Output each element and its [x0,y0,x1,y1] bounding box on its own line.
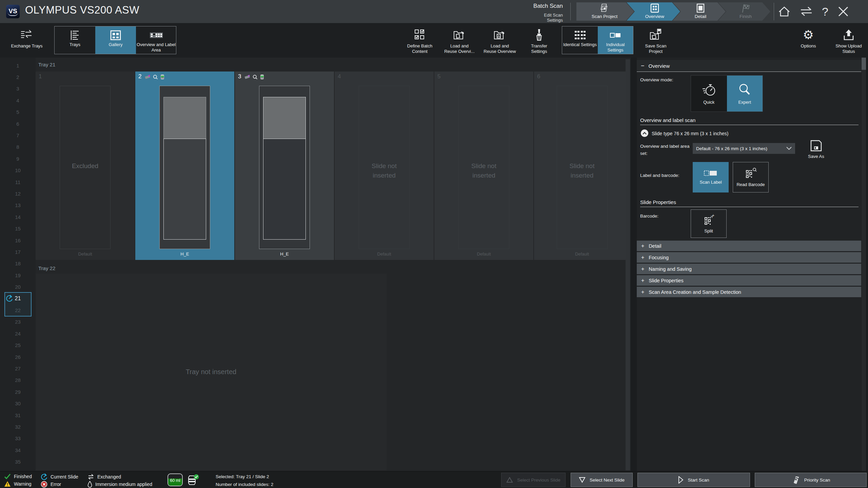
tray-list-item-10[interactable]: 10 [0,165,36,176]
tray-list-item-26[interactable]: 26 [0,352,36,362]
tray-list-item-4[interactable]: 4 [0,95,36,105]
save-as-button[interactable]: Save As [808,140,824,159]
slide-cell-2-selected[interactable]: 2 H_E [135,72,234,260]
slide-label-area[interactable] [263,97,306,139]
trays-view-button[interactable]: Trays [55,26,95,54]
label-indicator-icon [260,74,264,80]
expand-plus-icon: + [641,266,644,272]
overview-label-scan-title: Overview and label scan [640,117,695,123]
tray-list-item-2[interactable]: 2 [0,72,36,82]
split-barcode-button[interactable]: ✂ Split [691,209,727,238]
slide-label-area[interactable] [163,97,206,139]
expert-mode-button[interactable]: Expert [727,76,763,111]
tray-list-item-24[interactable]: 24 [0,328,36,339]
mode-block: Batch Scan Edit Scan Settings [527,3,563,23]
tray-22-area: Tray not inserted [36,274,387,470]
tray-list-item-30[interactable]: 30 [0,399,36,409]
tray-list-item-28[interactable]: 28 [0,375,36,385]
included-count-info: Number of included slides: 2 [216,482,273,487]
show-upload-status-button[interactable]: Show Upload Status [830,24,867,56]
tray-list-item-3[interactable]: 3 [0,84,36,94]
slide-settings-label: Default [335,251,434,257]
tray-list-item-9[interactable]: 9 [0,154,36,164]
exchange-icon[interactable] [800,6,813,17]
load-reuse-overview-button[interactable]: Load and Reuse Overview [481,24,519,56]
slide-glass[interactable] [159,86,210,249]
collapse-slide-type-button[interactable] [641,129,648,137]
tray-list-item-25[interactable]: 25 [0,340,36,350]
section-scan-area-creation[interactable]: + Scan Area Creation and Sample Detectio… [637,287,861,297]
tray-list-item-20[interactable]: 20 [0,282,36,292]
gallery-scrollbar[interactable] [626,59,630,470]
warning-icon [4,481,11,487]
slide-cell-1[interactable]: 1 Excluded Default [36,72,135,260]
transfer-settings-button[interactable]: Transfer Settings [522,24,556,56]
tray-list-item-14[interactable]: 14 [0,212,36,222]
tray-list-item-27[interactable]: 27 [0,363,36,373]
tray-list-item-18[interactable]: 18 [0,259,36,269]
slide-scan-area[interactable] [163,139,206,240]
tray-list-item-23[interactable]: 23 [0,317,36,327]
slide-glass[interactable] [259,86,310,249]
save-scan-project-button[interactable]: Save Scan Project [638,24,673,56]
settings-panel-scrollbar[interactable] [862,58,866,471]
tray-list-item-6[interactable]: 6 [0,119,36,129]
slide-cell-3[interactable]: 3 H_E [235,72,334,260]
section-detail[interactable]: + Detail [637,241,861,251]
read-barcode-button[interactable]: Read Barcode [733,162,769,192]
scrollbar-thumb[interactable] [862,58,866,70]
tray-list-item-11[interactable]: 11 [0,177,36,187]
section-naming-saving[interactable]: + Naming and Saving [637,264,861,274]
section-focusing[interactable]: + Focusing [637,252,861,263]
step-overview[interactable]: Overview [627,2,680,21]
priority-scan-button[interactable]: Priority Scan [755,473,867,487]
collapse-minus-icon: − [641,62,645,69]
tray-list-item-35[interactable]: 35 [0,457,36,467]
scan-label-button[interactable]: Scan Label [693,162,729,192]
tray-list-item-8[interactable]: 8 [0,142,36,152]
define-batch-content-button[interactable]: Define Batch Content [402,24,437,56]
overview-section-header[interactable]: − Overview [637,60,861,72]
section-slide-properties[interactable]: + Slide Properties [637,275,861,286]
tray-list-item-13[interactable]: 13 [0,200,36,210]
slide-scan-area[interactable] [263,139,306,240]
workflow-steps: Scan Project Overview [576,2,770,21]
individual-settings-button[interactable]: Individual Settings [598,26,633,54]
tray-list-item-29[interactable]: 29 [0,387,36,397]
tray-list-item-34[interactable]: 34 [0,445,36,455]
tray-list-item-15[interactable]: 15 [0,224,36,234]
overview-label-area-button[interactable]: Overview and Label Area [136,26,176,54]
tray-list-item-33[interactable]: 33 [0,433,36,444]
load-reuse-overview-sets-button[interactable]: Load and Reuse Overvi... [441,24,478,56]
tray-list-item-32[interactable]: 32 [0,422,36,432]
start-scan-button[interactable]: Start Scan [637,473,750,487]
tray-list-item-1[interactable]: 1 [0,60,36,70]
home-icon[interactable] [778,5,791,18]
select-next-slide-button[interactable]: Select Next Slide [571,473,633,487]
tray-list-item-5[interactable]: 5 [0,107,36,117]
slide-header-icons [145,74,164,80]
gallery-view-button[interactable]: Gallery [95,26,136,54]
tray-list-item-17[interactable]: 17 [0,247,36,257]
close-icon[interactable] [837,5,849,18]
legend-immersion: Immersion medium applied [87,481,152,488]
slide-cell-4[interactable]: 4 Slide not inserted Default [335,72,434,260]
step-detail[interactable]: Detail [673,2,726,21]
tray-list-item-31[interactable]: 31 [0,410,36,420]
identical-settings-button[interactable]: Identical Settings [562,26,598,54]
exchange-trays-button[interactable]: Exchange Trays [1,24,52,56]
slide-cell-6[interactable]: 6 Slide not inserted Default [534,72,630,260]
area-set-dropdown[interactable]: Default - 76 x 26 mm (3 x 1 inches) [693,143,795,154]
slide-cell-5[interactable]: 5 Slide not inserted Default [434,72,533,260]
step-scan-project[interactable]: Scan Project [576,2,634,21]
error-icon [41,481,47,488]
immersion-bottle-icon [186,474,200,486]
options-button[interactable]: ⚙ Options [791,24,825,56]
tray-list-item-19[interactable]: 19 [0,270,36,280]
quick-mode-button[interactable]: Quick [691,76,727,111]
tray-list-item-7[interactable]: 7 [0,130,36,140]
help-icon[interactable]: ? [822,6,828,17]
tray-list-item-16[interactable]: 16 [0,235,36,245]
tray-list-item-12[interactable]: 12 [0,188,36,199]
play-icon [678,476,684,484]
